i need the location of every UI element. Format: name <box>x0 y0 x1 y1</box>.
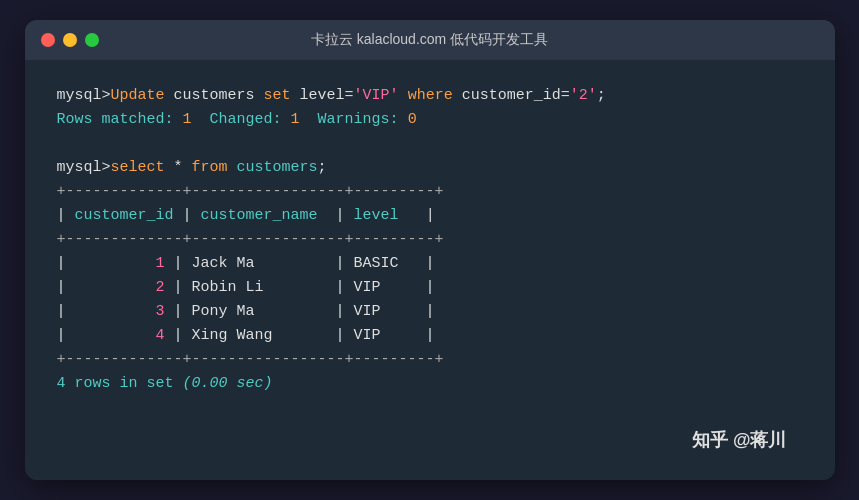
blank-line <box>57 132 803 156</box>
window-title: 卡拉云 kalacloud.com 低代码开发工具 <box>311 31 548 49</box>
id-4: 4 <box>156 327 165 344</box>
select-command-line: mysql>select * from customers; <box>57 156 803 180</box>
table-row: | 3 | Pony Ma | VIP | <box>57 300 803 324</box>
kw-update: Update <box>111 87 165 104</box>
table-name: customers <box>228 159 318 176</box>
col-customer-name: customer_name <box>201 207 318 224</box>
id-2: 2 <box>156 279 165 296</box>
kw-select: select <box>111 159 165 176</box>
close-button[interactable] <box>41 33 55 47</box>
col-customer-id: customer_id <box>75 207 174 224</box>
table-border-top: +-------------+-----------------+-------… <box>57 180 803 204</box>
warnings-count: 0 <box>408 111 417 128</box>
traffic-lights <box>41 33 99 47</box>
terminal-body: mysql>Update customers set level='VIP' w… <box>25 60 835 480</box>
str-id: '2' <box>570 87 597 104</box>
maximize-button[interactable] <box>85 33 99 47</box>
id-3: 3 <box>156 303 165 320</box>
footer-line: 4 rows in set (0.00 sec) <box>57 372 803 396</box>
time-info: (0.00 sec) <box>183 375 273 392</box>
kw-from: from <box>192 159 228 176</box>
changed-count: 1 <box>291 111 300 128</box>
update-command-line: mysql>Update customers set level='VIP' w… <box>57 84 803 108</box>
id-1: 1 <box>156 255 165 272</box>
str-vip: 'VIP' <box>354 87 399 104</box>
table-row: | 4 | Xing Wang | VIP | <box>57 324 803 348</box>
table-header-row: | customer_id | customer_name | level | <box>57 204 803 228</box>
kw-where: where <box>408 87 453 104</box>
watermark: 知乎 @蒋川 <box>692 428 787 452</box>
table-row: | 1 | Jack Ma | BASIC | <box>57 252 803 276</box>
table-row: | 2 | Robin Li | VIP | <box>57 276 803 300</box>
kw-set: set <box>264 87 291 104</box>
prompt: mysql> <box>57 87 111 104</box>
table-border-mid: +-------------+-----------------+-------… <box>57 228 803 252</box>
prompt2: mysql> <box>57 159 111 176</box>
terminal-window: 卡拉云 kalacloud.com 低代码开发工具 mysql>Update c… <box>25 20 835 480</box>
titlebar: 卡拉云 kalacloud.com 低代码开发工具 <box>25 20 835 60</box>
minimize-button[interactable] <box>63 33 77 47</box>
table-border-bottom: +-------------+-----------------+-------… <box>57 348 803 372</box>
col-level: level <box>354 207 399 224</box>
match-count: 1 <box>183 111 192 128</box>
result-info-line: Rows matched: 1 Changed: 1 Warnings: 0 <box>57 108 803 132</box>
